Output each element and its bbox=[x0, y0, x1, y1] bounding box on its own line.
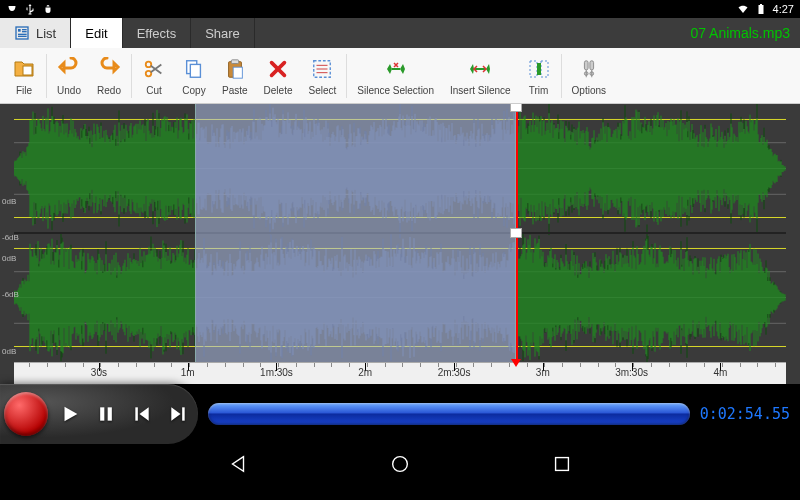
svg-rect-32 bbox=[182, 407, 185, 420]
recents-icon bbox=[551, 453, 573, 475]
db-scale: 0dB -6dB 0dB -6dB 0dB bbox=[0, 104, 24, 362]
delete-button[interactable]: Delete bbox=[256, 55, 301, 96]
paste-button[interactable]: Paste bbox=[214, 55, 256, 96]
trim-button[interactable]: Trim bbox=[519, 55, 559, 96]
play-button[interactable] bbox=[56, 394, 84, 434]
delete-icon bbox=[267, 58, 289, 80]
svg-rect-12 bbox=[231, 60, 238, 64]
bug-icon bbox=[42, 3, 54, 15]
svg-rect-29 bbox=[100, 407, 104, 420]
insert-silence-icon bbox=[468, 57, 492, 81]
file-button[interactable]: File bbox=[4, 55, 44, 96]
cut-button[interactable]: Cut bbox=[134, 55, 174, 96]
undo-button[interactable]: Undo bbox=[49, 55, 89, 96]
svg-rect-13 bbox=[233, 67, 242, 78]
usb-icon bbox=[24, 3, 36, 15]
skip-previous-icon bbox=[132, 404, 152, 424]
svg-rect-22 bbox=[537, 63, 541, 75]
tab-share[interactable]: Share bbox=[191, 18, 255, 48]
svg-rect-0 bbox=[16, 27, 28, 39]
ruler-label: 30s bbox=[91, 367, 107, 378]
svg-rect-23 bbox=[584, 61, 588, 70]
play-icon bbox=[59, 403, 81, 425]
ruler-label: 2m bbox=[358, 367, 372, 378]
tab-effects-label: Effects bbox=[137, 26, 177, 41]
undo-icon bbox=[57, 57, 81, 81]
redo-icon bbox=[97, 57, 121, 81]
pause-icon bbox=[96, 404, 116, 424]
svg-rect-30 bbox=[108, 407, 112, 420]
scissors-icon bbox=[143, 58, 165, 80]
prev-button[interactable] bbox=[128, 394, 156, 434]
wifi-icon bbox=[737, 3, 749, 15]
select-button[interactable]: Select bbox=[300, 55, 344, 96]
options-icon bbox=[578, 57, 600, 81]
list-icon bbox=[14, 25, 30, 41]
playback-progress-bar[interactable] bbox=[208, 403, 690, 425]
selection-region[interactable] bbox=[195, 104, 515, 362]
svg-rect-31 bbox=[135, 407, 138, 420]
ruler-label: 2m:30s bbox=[438, 367, 471, 378]
select-icon bbox=[311, 58, 333, 80]
copy-button[interactable]: Copy bbox=[174, 55, 214, 96]
selection-handle-top[interactable] bbox=[510, 104, 522, 112]
ruler-label: 3m bbox=[536, 367, 550, 378]
options-button[interactable]: Options bbox=[564, 55, 614, 96]
tab-list-label: List bbox=[36, 26, 56, 41]
current-filename: 07 Animals.mp3 bbox=[690, 18, 800, 48]
svg-rect-34 bbox=[556, 458, 569, 471]
svg-rect-21 bbox=[541, 61, 548, 77]
redo-button[interactable]: Redo bbox=[89, 55, 129, 96]
svg-point-33 bbox=[393, 457, 408, 472]
trim-icon bbox=[527, 57, 551, 81]
psi-icon bbox=[6, 3, 18, 15]
timecode-display: 0:02:54.55 bbox=[700, 405, 790, 423]
android-status-bar: 4:27 bbox=[0, 0, 800, 18]
insert-silence-button[interactable]: Insert Silence bbox=[442, 55, 519, 96]
copy-icon bbox=[183, 58, 205, 80]
tab-bar: List Edit Effects Share 07 Animals.mp3 bbox=[0, 18, 800, 48]
transport-cluster bbox=[0, 384, 198, 444]
tab-effects[interactable]: Effects bbox=[123, 18, 192, 48]
android-nav-bar bbox=[0, 444, 800, 488]
selection-handle-mid[interactable] bbox=[510, 228, 522, 238]
time-ruler[interactable]: 30s1m1m:30s2m2m:30s3m3m:30s4m bbox=[14, 362, 786, 384]
ruler-label: 1m:30s bbox=[260, 367, 293, 378]
tab-list[interactable]: List bbox=[0, 18, 71, 48]
svg-rect-6 bbox=[23, 66, 32, 75]
ruler-label: 4m bbox=[713, 367, 727, 378]
skip-next-icon bbox=[168, 404, 188, 424]
svg-rect-10 bbox=[190, 64, 200, 77]
svg-rect-20 bbox=[530, 61, 537, 77]
tab-share-label: Share bbox=[205, 26, 240, 41]
tab-edit-label: Edit bbox=[85, 26, 107, 41]
tab-edit[interactable]: Edit bbox=[71, 18, 122, 48]
file-icon bbox=[12, 57, 36, 81]
ruler-label: 1m bbox=[181, 367, 195, 378]
ruler-label: 3m:30s bbox=[615, 367, 648, 378]
silence-selection-button[interactable]: Silence Selection bbox=[349, 55, 442, 96]
next-button[interactable] bbox=[164, 394, 192, 434]
back-button[interactable] bbox=[227, 453, 249, 479]
clock-text: 4:27 bbox=[773, 3, 794, 15]
svg-rect-1 bbox=[18, 29, 21, 32]
pause-button[interactable] bbox=[92, 394, 120, 434]
recents-button[interactable] bbox=[551, 453, 573, 479]
toolbar: File Undo Redo Cut Copy Paste Delete Sel… bbox=[0, 48, 800, 104]
home-icon bbox=[389, 453, 411, 475]
back-icon bbox=[227, 453, 249, 475]
paste-icon bbox=[224, 58, 246, 80]
home-button[interactable] bbox=[389, 453, 411, 479]
svg-rect-24 bbox=[590, 61, 594, 70]
waveform-area[interactable]: 0dB -6dB 0dB -6dB 0dB 30s1m1m:30s2m2m:30… bbox=[0, 104, 800, 384]
battery-icon bbox=[755, 3, 767, 15]
silence-selection-icon bbox=[384, 57, 408, 81]
record-button[interactable] bbox=[4, 392, 48, 436]
transport-bar: 0:02:54.55 bbox=[0, 384, 800, 444]
